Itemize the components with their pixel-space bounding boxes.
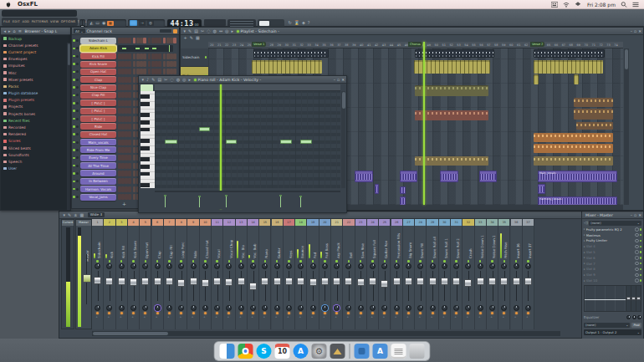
channel-mute-led[interactable] [73,79,75,81]
slot-enable-led[interactable] [640,274,642,277]
stereo-knob[interactable] [394,305,400,311]
step-cell[interactable] [121,38,125,43]
volume-fader[interactable] [379,270,390,302]
stereo-knob[interactable] [525,305,531,311]
add-track-icon[interactable]: + [184,36,187,40]
slot-enable-led[interactable] [640,263,642,265]
step-cell[interactable] [148,69,151,74]
pan-knob[interactable] [142,263,148,269]
volume-fader[interactable] [176,270,187,302]
midi-note[interactable] [226,140,237,144]
step-cell[interactable] [170,38,173,43]
pan-knob[interactable] [310,263,316,269]
track-number-tab[interactable]: 36 [511,219,522,226]
clip-tan[interactable] [534,156,613,166]
step-cell[interactable] [133,84,136,90]
pan-knob[interactable] [417,263,423,269]
step-cell[interactable] [170,54,173,59]
draw-icon[interactable]: ✎ [188,29,192,33]
swing-slider[interactable] [160,29,171,33]
slot-enable-led[interactable] [640,251,642,253]
channel-pan-knob[interactable] [76,63,79,65]
fx-slot-2[interactable]: ▸Maximus [582,232,643,238]
step-cell[interactable] [173,69,176,74]
fader-thumb[interactable] [118,278,125,285]
dock-icon-textedit[interactable] [391,344,406,359]
step-cell[interactable] [133,92,136,98]
step-cell[interactable] [128,124,131,130]
step-cell[interactable] [158,38,161,43]
mixer-track-18[interactable]: 18Bounce· ·+ · [295,219,307,329]
fader-thumb[interactable] [464,279,472,287]
volume-fader[interactable] [391,270,402,302]
step-cell[interactable] [121,77,125,83]
step-cell[interactable] [151,38,155,43]
track-enable-led[interactable] [276,260,279,263]
pan-knob[interactable] [202,263,208,269]
step-cell[interactable] [128,116,131,122]
track-number-tab[interactable]: 5 [140,219,151,226]
channel-button-clap-fill[interactable]: Clap Fill [80,92,116,99]
step-cell[interactable] [125,77,128,83]
browser-item-recorded[interactable]: Recorded [1,124,70,130]
fader-thumb[interactable] [249,283,257,290]
track-number-tab[interactable]: 2 [104,219,115,226]
fx-lamp[interactable] [96,312,99,314]
fx-lamp[interactable] [419,312,422,314]
draw-icon[interactable]: ✎ [151,78,155,82]
slot-enable-led[interactable] [640,257,642,259]
stereo-knob[interactable] [286,305,292,311]
step-cell[interactable] [143,61,146,67]
channel-mute-led[interactable] [73,102,75,105]
fader-thumb[interactable] [213,278,221,285]
browser-item-projects-bones[interactable]: Projects bones [1,110,70,117]
volume-fader[interactable] [355,270,366,302]
track-number-tab[interactable]: 20 [319,219,330,226]
swing-led[interactable] [173,29,177,33]
track-number-tab[interactable]: 35 [498,219,509,226]
channel-pan-knob[interactable] [76,125,79,128]
track-number-tab[interactable]: 32 [463,219,473,226]
dock-icon-system-preferences[interactable]: ⚙ [312,344,327,359]
pan-knob[interactable] [250,263,256,269]
volume-fader[interactable] [319,270,330,302]
track-enable-led[interactable] [503,260,506,263]
step-cell[interactable] [118,140,121,145]
fader-thumb[interactable] [333,278,340,285]
stereo-knob[interactable] [381,305,387,311]
step-cell[interactable] [173,61,176,67]
pan-knob[interactable] [95,263,100,269]
channel-mute-led[interactable] [73,149,75,151]
clip-kick[interactable] [574,74,579,84]
dropbox-icon[interactable] [575,2,581,8]
stereo-knob[interactable] [442,305,447,311]
stereo-knob[interactable] [166,305,172,311]
fx-lamp[interactable] [144,312,146,314]
fx-lamp[interactable] [335,312,338,314]
channel-pan-knob[interactable] [76,118,79,120]
menu-file[interactable]: FILE [3,20,10,23]
input-source-icon[interactable] [551,2,558,8]
stereo-knob[interactable] [119,305,125,311]
playlist-vscrollbar[interactable] [624,48,629,205]
current-track-strip[interactable]: Current [61,219,74,329]
track-number-tab[interactable]: 37 [523,219,534,226]
fader-thumb[interactable] [202,279,209,287]
browser-item-projects[interactable]: Projects [1,104,70,110]
track-number-tab[interactable]: 23 [355,219,366,226]
mixer-track-37[interactable]: 37Insert 37· ·+ · [523,219,534,329]
track-enable-led[interactable] [479,260,482,263]
track-number-tab[interactable]: 3 [116,219,127,226]
step-cell[interactable] [140,69,143,74]
step-cell[interactable] [121,186,125,192]
channel-pan-knob[interactable] [76,102,79,105]
step-cell[interactable] [163,38,166,43]
step-cell[interactable] [133,131,136,137]
pan-knob[interactable] [191,263,197,269]
velocity-handle[interactable] [164,195,166,196]
stereo-knob[interactable] [238,305,244,311]
playlist-playhead[interactable] [423,42,425,205]
fader-thumb[interactable] [513,278,520,285]
step-cell[interactable] [121,124,125,130]
track-number-tab[interactable]: 25 [379,219,390,226]
